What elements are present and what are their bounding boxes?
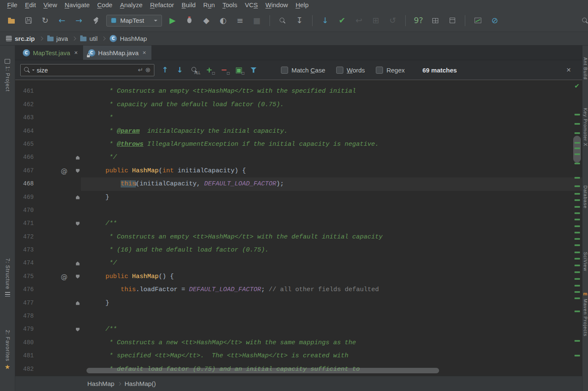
code-line[interactable]: 475@ public HashMap() { bbox=[15, 270, 582, 283]
database-button[interactable] bbox=[429, 14, 442, 27]
find-option-match-case[interactable]: Match Case bbox=[281, 67, 325, 74]
status-breadcrumb-item[interactable]: HashMap() bbox=[124, 380, 156, 387]
key-promoter-button[interactable]: 9? bbox=[412, 14, 425, 27]
scrollbar-thumb[interactable] bbox=[573, 136, 581, 163]
code-line[interactable]: 462 * capacity and the default load fact… bbox=[15, 98, 582, 111]
editor-scrollbar[interactable]: ✔ bbox=[571, 80, 582, 376]
search-history-chevron-icon[interactable] bbox=[32, 70, 35, 72]
show-history-button[interactable]: ⊞ bbox=[370, 14, 382, 27]
find-all-button[interactable]: ALL bbox=[189, 64, 200, 75]
code-line[interactable]: 480 * Constructs a new <tt>HashMap</tt> … bbox=[15, 336, 582, 349]
code-line[interactable]: 479 /** bbox=[15, 323, 582, 336]
code-line[interactable]: 474 */ bbox=[15, 257, 582, 270]
code-line[interactable]: 468 this(initialCapacity, DEFAULT_LOAD_F… bbox=[15, 177, 582, 190]
status-breadcrumb-item[interactable]: HashMap bbox=[86, 380, 115, 387]
plugins-button[interactable] bbox=[446, 14, 459, 27]
tab-maptest-java[interactable]: CMapTest.java✕ bbox=[18, 46, 83, 60]
filter-search-results-button[interactable] bbox=[248, 64, 259, 75]
fold-start-icon[interactable] bbox=[76, 275, 80, 279]
code-line[interactable]: 461 * Constructs an empty <tt>HashMap</t… bbox=[15, 85, 582, 98]
synchronize-button[interactable]: ↻ bbox=[39, 14, 51, 27]
commit-changes-button[interactable]: ✔ bbox=[336, 14, 348, 27]
menu-refactor[interactable]: Refactor bbox=[146, 1, 178, 8]
tool-window-button-maven-projects[interactable]: mMaven Projects bbox=[583, 292, 588, 337]
update-project-button[interactable]: ↓ bbox=[319, 14, 332, 27]
code-line[interactable]: 460 /** bbox=[15, 80, 582, 85]
enter-icon[interactable]: ↵ bbox=[138, 67, 143, 73]
code-line[interactable]: 478 bbox=[15, 310, 582, 323]
code-line[interactable]: 476 this.loadFactor = DEFAULT_LOAD_FACTO… bbox=[15, 283, 582, 296]
offline-mode-button[interactable]: ⊘ bbox=[488, 14, 501, 27]
tool-window-button-key-promoter-x[interactable]: Key Promoter X bbox=[583, 108, 588, 147]
code-line[interactable]: 477 } bbox=[15, 297, 582, 310]
next-occurrence-button[interactable]: ↓ bbox=[174, 64, 185, 75]
tool-window-button-sciview[interactable]: SciView bbox=[583, 252, 588, 271]
fold-start-icon[interactable] bbox=[76, 222, 80, 225]
profiler-button[interactable]: ◐ bbox=[217, 14, 229, 27]
menu-code[interactable]: Code bbox=[94, 1, 116, 8]
editor[interactable]: 460 /**461 * Constructs an empty <tt>Has… bbox=[15, 80, 582, 376]
fold-end-icon[interactable] bbox=[76, 156, 80, 160]
breadcrumb-item-java[interactable]: java bbox=[46, 35, 69, 42]
code-line[interactable]: 466 */ bbox=[15, 151, 582, 164]
search-everywhere-button[interactable] bbox=[580, 15, 588, 26]
tool-window-button-ant-build[interactable]: Ant Build bbox=[583, 57, 588, 80]
sciview-button[interactable] bbox=[472, 14, 484, 27]
code-line[interactable]: 469 } bbox=[15, 191, 582, 204]
undo-button[interactable]: ↺ bbox=[386, 14, 399, 27]
clear-search-icon[interactable]: ⊗ bbox=[145, 67, 151, 73]
code-line[interactable]: 473 * (16) and the default load factor (… bbox=[15, 244, 582, 257]
search-input[interactable] bbox=[37, 67, 136, 74]
fold-end-icon[interactable] bbox=[76, 196, 80, 199]
breadcrumb-item-util[interactable]: util bbox=[79, 35, 98, 42]
breadcrumb-item-hashmap[interactable]: CHashMap bbox=[109, 35, 148, 42]
download-sources-button[interactable]: ↧ bbox=[293, 14, 306, 27]
tool-window-button-database[interactable]: Database bbox=[583, 185, 588, 209]
rollback-button[interactable]: ↩ bbox=[353, 14, 365, 27]
tool-window-button-7-structure[interactable]: 7: Structure bbox=[0, 258, 15, 297]
code-line[interactable]: 465 * @throws IllegalArgumentException i… bbox=[15, 138, 582, 151]
close-icon[interactable]: ✕ bbox=[142, 50, 146, 56]
code-area[interactable]: 460 /**461 * Constructs an empty <tt>Has… bbox=[15, 80, 582, 376]
build-project-button[interactable] bbox=[89, 14, 102, 27]
menu-edit[interactable]: Edit bbox=[21, 1, 40, 8]
code-line[interactable]: 481 * specified <tt>Map</tt>. The <tt>Ha… bbox=[15, 349, 582, 362]
run-button[interactable]: ▶ bbox=[166, 14, 179, 27]
tool-window-button-2-favorites[interactable]: 2: Favorites★ bbox=[0, 330, 15, 370]
select-all-occurrences-button[interactable]: ▣□ bbox=[233, 64, 244, 75]
run-dashboard-button[interactable]: ≡ bbox=[234, 14, 246, 27]
menu-analyze[interactable]: Analyze bbox=[116, 1, 146, 8]
fold-end-icon[interactable] bbox=[76, 262, 80, 265]
close-icon[interactable]: ✕ bbox=[74, 50, 78, 56]
code-line[interactable]: 467@ public HashMap(int initialCapacity)… bbox=[15, 164, 582, 177]
menu-help[interactable]: Help bbox=[292, 1, 313, 8]
breadcrumb-item-src-zip[interactable]: src.zip bbox=[5, 35, 36, 42]
save-all-button[interactable] bbox=[22, 14, 35, 27]
fold-end-icon[interactable] bbox=[76, 301, 80, 305]
debug-button[interactable] bbox=[183, 14, 196, 27]
code-line[interactable]: 472 * Constructs an empty <tt>HashMap</t… bbox=[15, 230, 582, 244]
find-option-regex[interactable]: Regex bbox=[376, 67, 405, 74]
menu-navigate[interactable]: Navigate bbox=[61, 1, 93, 8]
code-line[interactable]: 464 * @param initialCapacity the initial… bbox=[15, 125, 582, 138]
menu-window[interactable]: Window bbox=[262, 1, 291, 8]
remove-selection-button[interactable]: −□ bbox=[218, 64, 229, 75]
previous-occurrence-button[interactable]: ↑ bbox=[159, 64, 170, 75]
menu-tools[interactable]: Tools bbox=[218, 1, 241, 8]
find-in-path-button[interactable] bbox=[276, 14, 289, 27]
tab-hashmap-java[interactable]: CHashMap.java✕ bbox=[83, 46, 151, 60]
close-find-icon[interactable]: ✕ bbox=[566, 67, 571, 73]
horizontal-scrollbar[interactable] bbox=[86, 368, 439, 373]
search-field[interactable]: ↵ ⊗ bbox=[20, 64, 154, 76]
run-configuration-selector[interactable]: MapTest bbox=[106, 15, 162, 27]
find-option-words[interactable]: Words bbox=[336, 67, 365, 74]
menu-vcs[interactable]: VCS bbox=[241, 1, 262, 8]
back-button[interactable]: ← bbox=[56, 14, 68, 27]
open-button[interactable] bbox=[5, 14, 18, 27]
tool-window-button-1-project[interactable]: 1: Project bbox=[0, 59, 15, 92]
code-line[interactable]: 470 bbox=[15, 204, 582, 217]
code-line[interactable]: 471 /** bbox=[15, 217, 582, 230]
fold-start-icon[interactable] bbox=[76, 328, 80, 332]
menu-build[interactable]: Build bbox=[178, 1, 199, 8]
fold-start-icon[interactable] bbox=[76, 169, 80, 173]
